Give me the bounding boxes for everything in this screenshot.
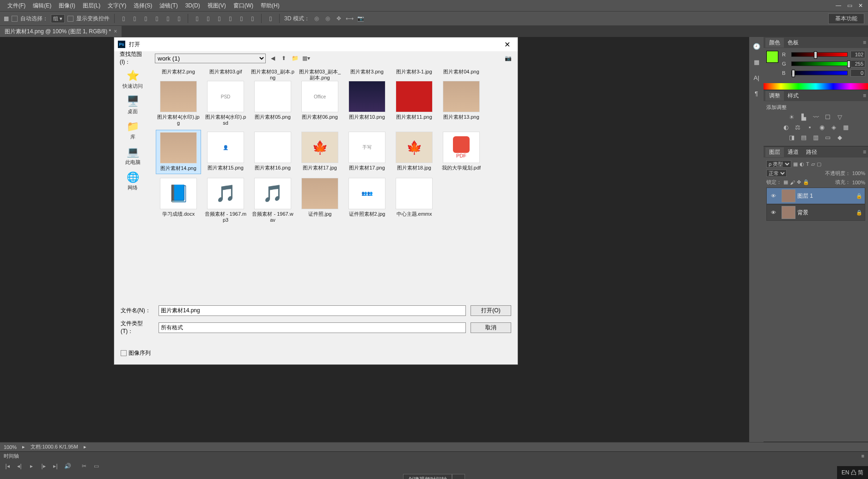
file-item[interactable]: 图片素材3-1.jpg [391,67,437,77]
distribute-icon-1[interactable]: ▯ [193,14,201,23]
file-item[interactable]: 图片素材14.png [156,130,201,174]
panel-menu-icon[interactable]: ≡ [863,149,866,155]
new-folder-icon[interactable]: 📁 [291,54,299,62]
visibility-icon[interactable]: 👁 [767,210,780,215]
maximize-icon[interactable]: ▭ [846,2,853,9]
tab-swatches[interactable]: 色板 [784,38,802,48]
lookin-dropdown[interactable]: work (1) [155,54,266,63]
file-item[interactable]: 图片素材4(水印).jpg [156,79,201,128]
lock-transparency-icon[interactable]: ▦ [783,179,788,185]
file-item[interactable]: 👤图片素材15.png [203,130,248,174]
menu-type[interactable]: 文字(Y) [104,2,130,10]
distribute-icon-5[interactable]: ▯ [237,14,245,23]
file-item[interactable]: 🎵音频素材 - 1967.wav [250,176,295,225]
file-item[interactable]: 图片素材10.png [344,79,390,128]
sidebar-place-item[interactable]: 🖥️桌面 [119,93,147,117]
layer-name[interactable]: 背景 [797,209,854,217]
properties-panel-icon[interactable]: ▦ [752,57,761,67]
minimize-icon[interactable]: — [835,2,842,9]
file-item[interactable]: 图片素材3.png [344,67,390,77]
menu-layer[interactable]: 图层(L) [79,2,104,10]
menu-file[interactable]: 文件(F) [4,2,29,10]
layer-name[interactable]: 图层 1 [797,192,854,200]
menu-help[interactable]: 帮助(H) [257,2,283,10]
file-item[interactable]: 图片素材05.png [250,79,295,128]
align-icon-3[interactable]: ▯ [141,14,150,23]
view-menu-icon[interactable]: ▦▾ [302,54,310,62]
auto-align-icon[interactable]: ▯ [266,14,275,23]
brightness-icon[interactable]: ☀ [788,113,796,121]
transition-icon[interactable]: ▭ [92,463,100,469]
next-frame-icon[interactable]: |▸ [40,463,47,469]
g-value[interactable]: 255 [850,60,865,67]
file-item[interactable]: 中心主题.emmx [391,176,437,225]
align-icon-1[interactable]: ▯ [119,14,128,23]
color-lookup-icon[interactable]: ▦ [842,123,850,131]
color-spectrum[interactable] [764,83,868,90]
vibrance-icon[interactable]: ▽ [836,113,844,121]
file-item[interactable]: 图片素材17.jpg [297,130,342,174]
file-item[interactable]: 图片素材11.png [391,79,437,128]
3d-orbit-icon[interactable]: ◎ [312,14,321,23]
sidebar-place-item[interactable]: 🌐网络 [119,170,147,193]
menu-select[interactable]: 选择(S) [130,2,156,10]
cut-icon[interactable]: ✂ [80,463,88,469]
balance-icon[interactable]: ⚖ [794,123,802,131]
file-item[interactable]: 📘学习成绩.docx [156,176,201,225]
paragraph-panel-icon[interactable]: ¶ [752,89,761,98]
hue-icon[interactable]: ◐ [782,123,790,131]
menu-3d[interactable]: 3D(D) [182,2,204,9]
timeline-tab[interactable]: 时间轴 [4,453,19,460]
filter-smart-icon[interactable]: ▢ [817,161,821,167]
filetype-dropdown[interactable]: 所有格式 [159,322,466,333]
3d-roll-icon[interactable]: ◎ [324,14,332,23]
sidebar-place-item[interactable]: 💻此电脑 [119,144,147,168]
tab-paths[interactable]: 路径 [802,147,821,157]
layer-row[interactable]: 👁 背景 🔒 [766,204,865,221]
filter-adjust-icon[interactable]: ◐ [800,161,804,167]
exposure-icon[interactable]: ☐ [824,113,832,121]
tab-layers[interactable]: 图层 [765,147,784,157]
file-item[interactable]: 图片素材16.png [250,130,295,174]
file-item[interactable]: 图片素材2.png [156,67,201,77]
cancel-button[interactable]: 取消 [471,322,511,333]
foreground-color-swatch[interactable] [766,51,778,63]
workspace-switcher[interactable]: 基本功能 [828,13,864,24]
file-item[interactable]: 图片素材03_副本_副本.png [297,67,342,77]
curves-icon[interactable]: 〰 [812,113,820,121]
3d-slide-icon[interactable]: ⟷ [346,14,354,23]
last-frame-icon[interactable]: ▸| [52,463,59,469]
doc-info[interactable]: 文档:1000.6 K/1.95M [31,443,78,450]
layer-thumbnail[interactable] [782,206,795,219]
menu-view[interactable]: 视图(V) [204,2,230,10]
filter-type-icon[interactable]: T [806,161,809,167]
menu-window[interactable]: 窗口(W) [230,2,257,10]
tab-channels[interactable]: 通道 [784,147,802,157]
g-slider[interactable] [791,61,848,66]
close-icon[interactable]: ✕ [857,2,864,9]
tab-adjustments[interactable]: 调整 [765,91,784,101]
layer-thumbnail[interactable] [782,189,795,202]
character-panel-icon[interactable]: A| [752,73,761,82]
distribute-icon-3[interactable]: ▯ [215,14,223,23]
align-icon-4[interactable]: ▯ [153,14,161,23]
ime-indicator[interactable]: EN 凸 简 [842,469,863,477]
document-tab[interactable]: 图片素材14.png @ 100% (图层 1, RGB/8) * × [0,26,122,37]
gradient-map-icon[interactable]: ▭ [824,133,832,141]
image-sequence-checkbox[interactable] [121,350,127,356]
open-button[interactable]: 打开(O) [471,305,511,316]
lock-pixels-icon[interactable]: 🖌 [790,180,795,185]
file-item[interactable]: 图片素材04.png [439,67,484,77]
file-item[interactable]: 手写图片素材17.png [344,130,390,174]
distribute-icon-4[interactable]: ▯ [226,14,234,23]
file-item[interactable]: 图片素材03_副本.png [250,67,295,77]
align-icon-5[interactable]: ▯ [164,14,172,23]
photo-filter-icon[interactable]: ◉ [818,123,826,131]
align-icon-2[interactable]: ▯ [130,14,139,23]
threshold-icon[interactable]: ▥ [812,133,820,141]
levels-icon[interactable]: ▙ [800,113,808,121]
lock-all-icon[interactable]: 🔒 [803,179,809,185]
r-value[interactable]: 102 [850,51,865,58]
auto-select-dropdown[interactable]: 组 ▾ [51,14,65,23]
zoom-slider-handle[interactable]: ▸ [22,444,25,450]
